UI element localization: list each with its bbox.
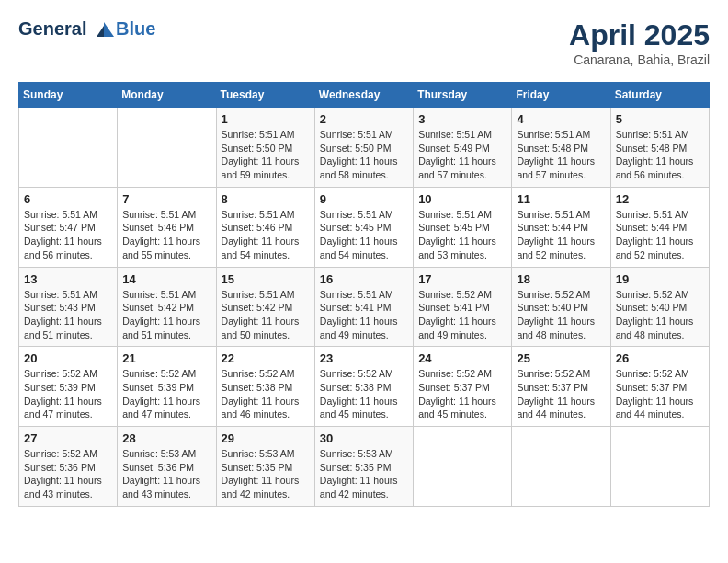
day-number: 22 [222,351,310,365]
day-number: 26 [616,351,704,365]
cell-details: Sunrise: 5:51 AM Sunset: 5:43 PM Dayligh… [24,288,112,342]
week-row-5: 27Sunrise: 5:52 AM Sunset: 5:36 PM Dayli… [19,427,710,507]
calendar-cell: 9Sunrise: 5:51 AM Sunset: 5:45 PM Daylig… [314,187,413,267]
calendar-cell [19,108,118,188]
calendar-cell [512,427,610,507]
logo-blue: Blue [116,18,155,40]
calendar-cell: 6Sunrise: 5:51 AM Sunset: 5:47 PM Daylig… [19,187,118,267]
day-number: 28 [122,431,210,445]
calendar-cell: 22Sunrise: 5:52 AM Sunset: 5:38 PM Dayli… [216,347,314,427]
calendar-cell: 30Sunrise: 5:53 AM Sunset: 5:35 PM Dayli… [314,427,413,507]
cell-details: Sunrise: 5:52 AM Sunset: 5:39 PM Dayligh… [24,367,112,421]
month-title: April 2025 [569,18,710,52]
calendar-cell: 29Sunrise: 5:53 AM Sunset: 5:35 PM Dayli… [216,427,314,507]
cell-details: Sunrise: 5:51 AM Sunset: 5:44 PM Dayligh… [517,208,605,262]
calendar-cell: 17Sunrise: 5:52 AM Sunset: 5:41 PM Dayli… [414,267,512,347]
day-number: 3 [418,112,506,126]
calendar-cell: 21Sunrise: 5:52 AM Sunset: 5:39 PM Dayli… [118,347,216,427]
day-number: 5 [616,112,704,126]
calendar-cell: 26Sunrise: 5:52 AM Sunset: 5:37 PM Dayli… [610,347,709,427]
cell-details: Sunrise: 5:51 AM Sunset: 5:50 PM Dayligh… [222,128,310,182]
week-row-1: 1Sunrise: 5:51 AM Sunset: 5:50 PM Daylig… [19,108,710,188]
weekday-header-monday: Monday [118,83,216,108]
week-row-4: 20Sunrise: 5:52 AM Sunset: 5:39 PM Dayli… [19,347,710,427]
day-number: 17 [418,272,506,286]
calendar-cell: 14Sunrise: 5:51 AM Sunset: 5:42 PM Dayli… [118,267,216,347]
cell-details: Sunrise: 5:51 AM Sunset: 5:44 PM Dayligh… [616,208,704,262]
day-number: 11 [517,192,605,206]
cell-details: Sunrise: 5:53 AM Sunset: 5:36 PM Dayligh… [122,447,210,501]
calendar-cell: 5Sunrise: 5:51 AM Sunset: 5:48 PM Daylig… [610,108,709,188]
day-number: 2 [320,112,408,126]
day-number: 30 [320,431,408,445]
cell-details: Sunrise: 5:51 AM Sunset: 5:42 PM Dayligh… [122,288,210,342]
day-number: 8 [222,192,310,206]
cell-details: Sunrise: 5:51 AM Sunset: 5:45 PM Dayligh… [418,208,506,262]
calendar-cell: 18Sunrise: 5:52 AM Sunset: 5:40 PM Dayli… [512,267,610,347]
cell-details: Sunrise: 5:52 AM Sunset: 5:37 PM Dayligh… [418,367,506,421]
day-number: 24 [418,351,506,365]
cell-details: Sunrise: 5:51 AM Sunset: 5:41 PM Dayligh… [320,288,408,342]
day-number: 16 [320,272,408,286]
cell-details: Sunrise: 5:52 AM Sunset: 5:40 PM Dayligh… [616,288,704,342]
day-number: 18 [517,272,605,286]
location: Canarana, Bahia, Brazil [569,52,710,67]
cell-details: Sunrise: 5:51 AM Sunset: 5:48 PM Dayligh… [517,128,605,182]
day-number: 15 [222,272,310,286]
cell-details: Sunrise: 5:52 AM Sunset: 5:38 PM Dayligh… [222,367,310,421]
calendar-cell: 11Sunrise: 5:51 AM Sunset: 5:44 PM Dayli… [512,187,610,267]
calendar-cell: 2Sunrise: 5:51 AM Sunset: 5:50 PM Daylig… [314,108,413,188]
weekday-header-saturday: Saturday [610,83,709,108]
cell-details: Sunrise: 5:51 AM Sunset: 5:49 PM Dayligh… [418,128,506,182]
day-number: 21 [122,351,210,365]
calendar-cell: 19Sunrise: 5:52 AM Sunset: 5:40 PM Dayli… [610,267,709,347]
calendar-cell: 8Sunrise: 5:51 AM Sunset: 5:46 PM Daylig… [216,187,314,267]
cell-details: Sunrise: 5:51 AM Sunset: 5:48 PM Dayligh… [616,128,704,182]
day-number: 20 [24,351,112,365]
day-number: 23 [320,351,408,365]
logo: General Blue [18,18,155,40]
day-number: 29 [222,431,310,445]
week-row-2: 6Sunrise: 5:51 AM Sunset: 5:47 PM Daylig… [19,187,710,267]
cell-details: Sunrise: 5:51 AM Sunset: 5:50 PM Dayligh… [320,128,408,182]
calendar-cell: 4Sunrise: 5:51 AM Sunset: 5:48 PM Daylig… [512,108,610,188]
calendar-cell: 16Sunrise: 5:51 AM Sunset: 5:41 PM Dayli… [314,267,413,347]
cell-details: Sunrise: 5:53 AM Sunset: 5:35 PM Dayligh… [320,447,408,501]
weekday-header-wednesday: Wednesday [314,83,413,108]
weekday-header-sunday: Sunday [19,83,118,108]
calendar-cell: 10Sunrise: 5:51 AM Sunset: 5:45 PM Dayli… [414,187,512,267]
calendar-cell: 13Sunrise: 5:51 AM Sunset: 5:43 PM Dayli… [19,267,118,347]
svg-marker-0 [104,22,114,37]
calendar-cell [414,427,512,507]
calendar-cell: 23Sunrise: 5:52 AM Sunset: 5:38 PM Dayli… [314,347,413,427]
day-number: 25 [517,351,605,365]
cell-details: Sunrise: 5:51 AM Sunset: 5:45 PM Dayligh… [320,208,408,262]
day-number: 13 [24,272,112,286]
calendar-cell: 27Sunrise: 5:52 AM Sunset: 5:36 PM Dayli… [19,427,118,507]
cell-details: Sunrise: 5:52 AM Sunset: 5:39 PM Dayligh… [122,367,210,421]
logo-general: General [18,18,86,39]
calendar-cell: 25Sunrise: 5:52 AM Sunset: 5:37 PM Dayli… [512,347,610,427]
calendar-cell: 15Sunrise: 5:51 AM Sunset: 5:42 PM Dayli… [216,267,314,347]
calendar-cell: 24Sunrise: 5:52 AM Sunset: 5:37 PM Dayli… [414,347,512,427]
day-number: 7 [122,192,210,206]
cell-details: Sunrise: 5:52 AM Sunset: 5:36 PM Dayligh… [24,447,112,501]
weekday-header-row: SundayMondayTuesdayWednesdayThursdayFrid… [19,83,710,108]
calendar-cell [118,108,216,188]
calendar-cell: 28Sunrise: 5:53 AM Sunset: 5:36 PM Dayli… [118,427,216,507]
day-number: 9 [320,192,408,206]
day-number: 4 [517,112,605,126]
cell-details: Sunrise: 5:52 AM Sunset: 5:41 PM Dayligh… [418,288,506,342]
title-block: April 2025 Canarana, Bahia, Brazil [569,18,710,67]
day-number: 12 [616,192,704,206]
day-number: 10 [418,192,506,206]
cell-details: Sunrise: 5:52 AM Sunset: 5:37 PM Dayligh… [616,367,704,421]
cell-details: Sunrise: 5:51 AM Sunset: 5:47 PM Dayligh… [24,208,112,262]
calendar-table: SundayMondayTuesdayWednesdayThursdayFrid… [18,82,710,507]
calendar-cell [610,427,709,507]
cell-details: Sunrise: 5:52 AM Sunset: 5:37 PM Dayligh… [517,367,605,421]
logo-icon [94,20,114,40]
calendar-cell: 7Sunrise: 5:51 AM Sunset: 5:46 PM Daylig… [118,187,216,267]
weekday-header-thursday: Thursday [414,83,512,108]
cell-details: Sunrise: 5:51 AM Sunset: 5:42 PM Dayligh… [222,288,310,342]
